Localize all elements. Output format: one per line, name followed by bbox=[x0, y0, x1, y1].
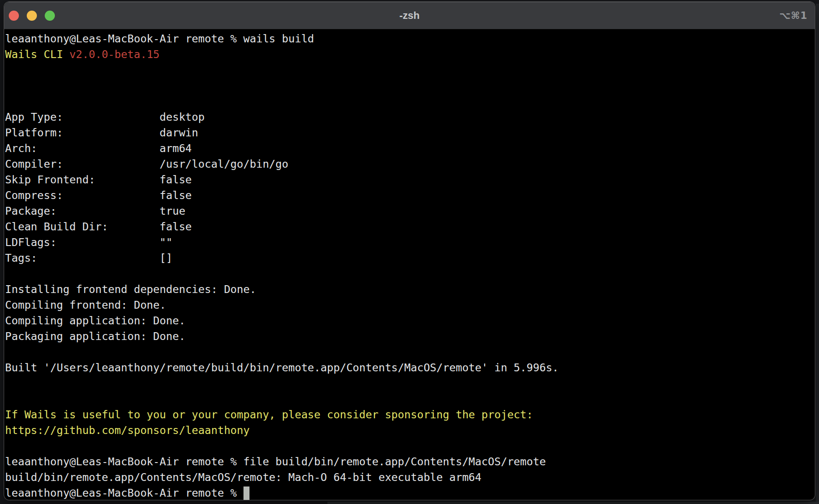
minimize-button[interactable] bbox=[27, 11, 37, 21]
terminal-line bbox=[5, 438, 815, 454]
terminal-text: v2.0.0-beta.15 bbox=[70, 48, 160, 60]
terminal-text: Compiling frontend: Done. bbox=[5, 299, 166, 311]
config-label: Clean Build Dir: bbox=[5, 219, 160, 234]
config-value: /usr/local/go/bin/go bbox=[160, 158, 288, 170]
terminal-line bbox=[5, 78, 815, 94]
config-value: false bbox=[160, 220, 192, 233]
terminal-line bbox=[5, 391, 815, 407]
terminal-text: Compiling application: Done. bbox=[5, 314, 185, 327]
terminal-line: Wails CLI v2.0.0-beta.15 bbox=[5, 47, 815, 62]
config-value: darwin bbox=[160, 126, 198, 139]
terminal-line: Arch:arm64 bbox=[5, 141, 815, 156]
config-label: Platform: bbox=[5, 125, 160, 141]
terminal-line: Compress:false bbox=[5, 188, 815, 203]
terminal-line: leaanthony@Leas-MacBook-Air remote % fil… bbox=[5, 454, 815, 469]
terminal-content[interactable]: leaanthony@Leas-MacBook-Air remote % wai… bbox=[4, 29, 815, 500]
terminal-text: Packaging application: Done. bbox=[5, 330, 185, 342]
config-value: arm64 bbox=[160, 142, 192, 154]
config-value: desktop bbox=[160, 111, 205, 123]
terminal-text: Built '/Users/leaanthony/remote/build/bi… bbox=[5, 361, 559, 374]
config-label: App Type: bbox=[5, 109, 160, 125]
terminal-line: Skip Frontend:false bbox=[5, 172, 815, 188]
terminal-line: leaanthony@Leas-MacBook-Air remote % bbox=[5, 485, 815, 500]
terminal-line bbox=[5, 266, 815, 281]
terminal-line: Built '/Users/leaanthony/remote/build/bi… bbox=[5, 360, 815, 375]
config-value: true bbox=[160, 205, 185, 217]
close-button[interactable] bbox=[9, 11, 19, 21]
terminal-window: -zsh ⌥⌘1 leaanthony@Leas-MacBook-Air rem… bbox=[4, 1, 815, 500]
background-window-edge bbox=[816, 4, 819, 504]
config-label: Arch: bbox=[5, 141, 160, 156]
config-value: [] bbox=[160, 252, 172, 264]
config-label: Compress: bbox=[5, 188, 160, 203]
terminal-text: Wails CLI bbox=[5, 48, 70, 60]
terminal-line: Compiling application: Done. bbox=[5, 313, 815, 328]
terminal-line: If Wails is useful to you or your compan… bbox=[5, 407, 815, 422]
titlebar[interactable]: -zsh ⌥⌘1 bbox=[4, 2, 815, 29]
terminal-line: Compiling frontend: Done. bbox=[5, 297, 815, 313]
terminal-line: Packaging application: Done. bbox=[5, 328, 815, 344]
config-value: false bbox=[160, 189, 192, 201]
terminal-line: App Type:desktop bbox=[5, 109, 815, 125]
config-label: Skip Frontend: bbox=[5, 172, 160, 188]
terminal-text: leaanthony@Leas-MacBook-Air remote % wai… bbox=[5, 32, 314, 45]
config-label: LDFlags: bbox=[5, 234, 160, 250]
config-label: Tags: bbox=[5, 250, 160, 266]
traffic-lights bbox=[9, 11, 55, 21]
zoom-button[interactable] bbox=[45, 11, 55, 21]
terminal-text: If Wails is useful to you or your compan… bbox=[5, 408, 533, 421]
terminal-line bbox=[5, 375, 815, 391]
terminal-text: Installing frontend dependencies: Done. bbox=[5, 283, 256, 295]
terminal-line: LDFlags:"" bbox=[5, 234, 815, 250]
config-label: Compiler: bbox=[5, 156, 160, 172]
terminal-line: Compiler:/usr/local/go/bin/go bbox=[5, 156, 815, 172]
terminal-line: Package:true bbox=[5, 203, 815, 219]
terminal-text: build/bin/remote.app/Contents/MacOS/remo… bbox=[5, 471, 481, 483]
terminal-line bbox=[5, 344, 815, 360]
terminal-line: leaanthony@Leas-MacBook-Air remote % wai… bbox=[5, 31, 815, 47]
config-value: "" bbox=[160, 236, 172, 248]
config-label: Package: bbox=[5, 203, 160, 219]
window-shortcut-badge: ⌥⌘1 bbox=[779, 2, 807, 29]
desktop-background: -zsh ⌥⌘1 leaanthony@Leas-MacBook-Air rem… bbox=[0, 0, 819, 504]
terminal-line: Installing frontend dependencies: Done. bbox=[5, 281, 815, 297]
terminal-line: Platform:darwin bbox=[5, 125, 815, 141]
terminal-line: Tags:[] bbox=[5, 250, 815, 266]
terminal-text: leaanthony@Leas-MacBook-Air remote % fil… bbox=[5, 455, 546, 468]
terminal-line: Clean Build Dir:false bbox=[5, 219, 815, 234]
terminal-line: https://github.com/sponsors/leaanthony bbox=[5, 422, 815, 438]
background-window-bottom bbox=[327, 502, 819, 504]
terminal-line bbox=[5, 94, 815, 109]
terminal-cursor bbox=[243, 486, 249, 500]
terminal-line: build/bin/remote.app/Contents/MacOS/remo… bbox=[5, 469, 815, 485]
config-value: false bbox=[160, 173, 192, 186]
terminal-text: leaanthony@Leas-MacBook-Air remote % bbox=[5, 486, 243, 499]
terminal-text: https://github.com/sponsors/leaanthony bbox=[5, 424, 249, 436]
terminal-line bbox=[5, 62, 815, 78]
window-title: -zsh bbox=[4, 2, 815, 29]
